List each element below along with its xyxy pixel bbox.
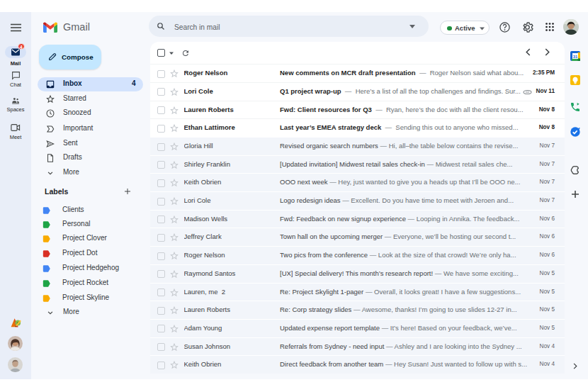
svg-text:31: 31: [573, 55, 578, 59]
